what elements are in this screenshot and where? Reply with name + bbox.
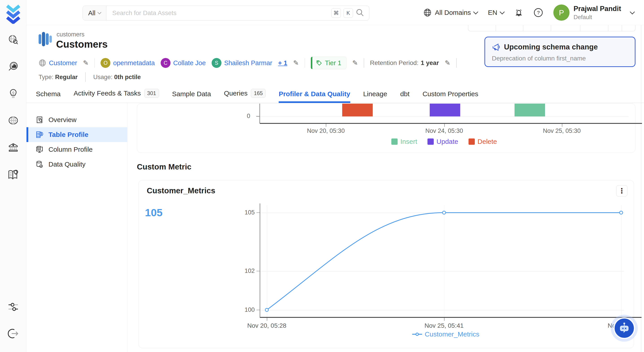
app-sidebar	[0, 0, 26, 352]
upcoming-schema-change-card[interactable]: Upcoming schema change Deprecation of co…	[484, 37, 636, 67]
bar-update[interactable]	[430, 104, 460, 116]
retention-value: 1 year	[421, 59, 439, 67]
x-tick-label: Nov 24, 05:30	[425, 127, 463, 134]
type-value: Regular	[55, 74, 78, 80]
sidebar-item-overview[interactable]: Overview	[26, 112, 127, 127]
collaborator-link[interactable]: openmetadata	[113, 59, 154, 67]
cutoff-toolbar-segment[interactable]	[622, 25, 635, 31]
overview-icon	[36, 116, 44, 124]
metric-card-title: Customer_Metrics	[147, 186, 215, 195]
tab-queries[interactable]: Queries 165	[224, 89, 266, 103]
cutoff-toolbar[interactable]	[468, 25, 636, 31]
bar-insert[interactable]	[514, 104, 545, 116]
sidebar-item-data-quality[interactable]: Data Quality	[26, 157, 127, 172]
collaborator-link[interactable]: Collate Joe	[173, 59, 206, 67]
cutoff-toolbar-segment[interactable]	[523, 25, 551, 31]
table-profile-operations-chart-card: Nov 20, 05:30Nov 24, 05:30Nov 25, 05:300…	[137, 103, 636, 153]
sidebar-item-label: Column Profile	[48, 146, 93, 153]
tab-dbt[interactable]: dbt	[400, 90, 410, 103]
cutoff-toolbar-segment[interactable]	[551, 25, 580, 31]
more-collaborators-link[interactable]: + 1	[278, 59, 287, 67]
global-search[interactable]: All ⌘ K	[82, 6, 369, 21]
legend-label: Customer_Metrics	[425, 330, 479, 338]
chat-bot-button[interactable]	[614, 317, 635, 339]
collaborator[interactable]: S Shailesh Parmar	[212, 58, 272, 68]
domains-icon[interactable]	[8, 115, 19, 126]
legend-item-update[interactable]: Update	[428, 138, 458, 145]
user-team: Default	[574, 14, 621, 21]
language-dropdown[interactable]: EN	[488, 9, 504, 17]
schema-change-title: Upcoming schema change	[504, 43, 598, 51]
collaborator-link[interactable]: Shailesh Parmar	[224, 59, 272, 67]
edit-retention-icon[interactable]: ✎	[445, 60, 450, 66]
sidebar-item-label: Data Quality	[48, 160, 86, 168]
legend-item-insert[interactable]: Insert	[391, 138, 417, 145]
govern-icon[interactable]	[8, 142, 19, 153]
delete-swatch-icon	[468, 138, 475, 145]
cmd-keycap-icon: ⌘	[332, 8, 341, 18]
sidebar-item-table-profile[interactable]: Table Profile	[26, 127, 127, 142]
insights-icon[interactable]	[8, 88, 19, 99]
edit-owner-icon[interactable]: ✎	[83, 60, 89, 66]
notifications-button[interactable]	[514, 8, 523, 17]
x-tick-label: Nov 20, 05:28	[247, 322, 286, 329]
y-tick-dash	[256, 212, 260, 213]
tab-lineage[interactable]: Lineage	[363, 90, 387, 103]
avatar: C	[161, 58, 170, 68]
breadcrumb[interactable]: customers	[56, 31, 84, 38]
legend-item-delete[interactable]: Delete	[468, 138, 497, 145]
sidebar-item-column-profile[interactable]: Column Profile	[26, 142, 127, 157]
legend-item-customer-metrics[interactable]: Customer_Metrics	[412, 330, 479, 338]
tab-activity-feeds[interactable]: Activity Feeds & Tasks 301	[74, 89, 159, 103]
chevron-down-icon	[500, 10, 505, 15]
settings-icon[interactable]	[8, 301, 19, 313]
tier-badge[interactable]: Tier 1	[311, 57, 346, 69]
x-axis	[260, 317, 642, 318]
entity-type-row: Type: Regular Usage: 0th pctile	[38, 72, 141, 82]
observability-icon[interactable]	[8, 61, 19, 72]
bar-delete[interactable]	[342, 104, 373, 116]
app-logo-icon[interactable]	[6, 4, 21, 25]
cutoff-toolbar-segment[interactable]	[580, 25, 608, 31]
edit-collaborators-icon[interactable]: ✎	[293, 60, 299, 66]
y-tick-label: 105	[235, 209, 255, 216]
search-filter-dropdown[interactable]: All	[83, 6, 106, 20]
kebab-menu-button[interactable]: ⋮	[616, 185, 628, 197]
x-tick-label: Nov 25, 05:30	[543, 127, 581, 134]
explore-icon[interactable]	[8, 34, 19, 45]
bell-icon	[514, 8, 523, 17]
help-button[interactable]: ?	[534, 8, 543, 17]
knowledge-icon[interactable]	[8, 168, 19, 180]
search-icon[interactable]	[356, 8, 364, 18]
collaborator[interactable]: O openmetadata	[100, 58, 154, 68]
tab-custom-properties[interactable]: Custom Properties	[422, 90, 478, 103]
y-tick-dash	[256, 310, 260, 310]
cutoff-toolbar-segment[interactable]	[468, 25, 496, 31]
language-label: EN	[488, 9, 497, 17]
x-tick-label: Nov 25, 05:41	[424, 322, 464, 329]
usage-value: 0th pctile	[114, 74, 141, 80]
y-tick-dash	[256, 116, 260, 117]
search-input[interactable]	[106, 10, 332, 17]
x-tick	[562, 124, 562, 127]
x-tick-label: Nov 20, 05:30	[307, 127, 345, 134]
user-menu[interactable]: P Prajwal Pandit Default	[553, 5, 634, 21]
divider	[364, 58, 364, 68]
bar-chart-legend: Insert Update Delete	[260, 138, 628, 145]
logout-icon[interactable]	[8, 328, 19, 339]
cutoff-toolbar-segment[interactable]	[496, 25, 523, 31]
cutoff-toolbar-segment[interactable]	[608, 25, 622, 31]
tab-schema[interactable]: Schema	[36, 90, 60, 103]
owner-link[interactable]: Customer	[49, 59, 77, 67]
domains-dropdown[interactable]: All Domains	[423, 8, 478, 17]
edit-tier-icon[interactable]: ✎	[352, 60, 358, 66]
zero-gridline	[260, 116, 628, 117]
update-swatch-icon	[428, 138, 434, 145]
tab-profiler-data-quality[interactable]: Profiler & Data Quality	[279, 90, 350, 103]
tab-sample-data[interactable]: Sample Data	[172, 90, 211, 103]
avatar: S	[212, 58, 222, 68]
sidebar-item-label: Overview	[48, 116, 76, 124]
collaborator[interactable]: C Collate Joe	[161, 58, 206, 68]
owner-team[interactable]: Customer	[38, 59, 77, 67]
entity-meta-row: Customer ✎ O openmetadata C Collate Joe …	[38, 56, 457, 70]
